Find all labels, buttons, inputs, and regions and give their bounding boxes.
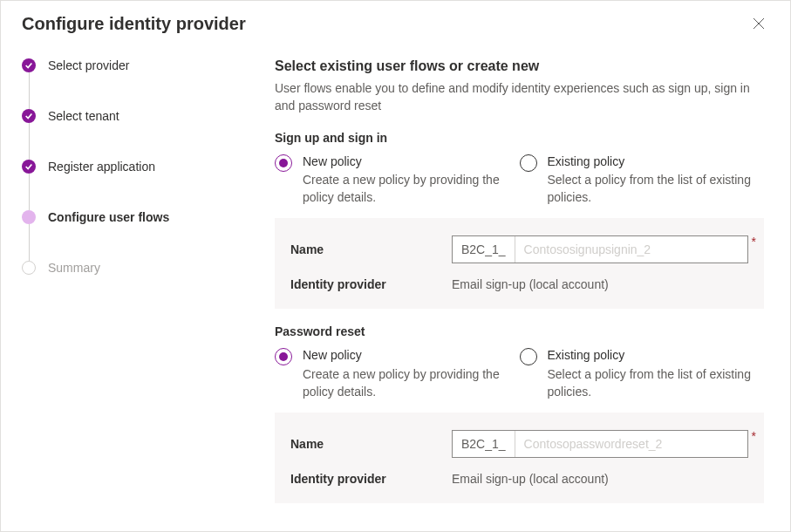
checkmark-icon bbox=[22, 160, 36, 174]
reset-form: Name B2C_1_ * Identity provider Email si… bbox=[275, 413, 764, 503]
radio-description: Create a new policy by providing the pol… bbox=[303, 366, 520, 400]
step-configure-user-flows[interactable]: Configure user flows bbox=[22, 210, 224, 261]
reset-name-input[interactable] bbox=[515, 431, 747, 457]
content-title: Select existing user flows or create new bbox=[275, 58, 764, 74]
reset-policy-choice: New policy Create a new policy by provid… bbox=[275, 347, 764, 400]
content-description: User flows enable you to define and modi… bbox=[275, 79, 764, 115]
step-label: Register application bbox=[48, 160, 155, 174]
step-select-provider[interactable]: Select provider bbox=[22, 58, 224, 109]
reset-existing-policy-option[interactable]: Existing policy Select a policy from the… bbox=[520, 347, 765, 400]
panel-title: Configure identity provider bbox=[22, 14, 246, 34]
configure-identity-provider-panel: Configure identity provider Select provi… bbox=[0, 0, 791, 532]
signup-new-policy-option[interactable]: New policy Create a new policy by provid… bbox=[275, 153, 520, 207]
step-label: Select provider bbox=[48, 58, 129, 72]
signup-name-input[interactable] bbox=[515, 236, 747, 263]
step-label: Summary bbox=[48, 261, 100, 275]
reset-name-input-wrap: B2C_1_ * bbox=[452, 430, 748, 458]
name-label: Name bbox=[290, 437, 452, 451]
section-label-reset: Password reset bbox=[275, 324, 764, 338]
wizard-steps: Select provider Select tenant Register a… bbox=[1, 43, 245, 531]
step-register-application[interactable]: Register application bbox=[22, 160, 224, 210]
radio-icon bbox=[520, 154, 537, 172]
idp-value: Email sign-up (local account) bbox=[452, 277, 748, 291]
radio-description: Create a new policy by providing the pol… bbox=[303, 172, 520, 206]
name-prefix: B2C_1_ bbox=[453, 431, 515, 457]
close-button[interactable] bbox=[748, 13, 769, 34]
step-select-tenant[interactable]: Select tenant bbox=[22, 109, 224, 160]
checkmark-icon bbox=[22, 109, 36, 123]
panel-header: Configure identity provider bbox=[1, 1, 790, 43]
radio-title: Existing policy bbox=[548, 153, 765, 171]
step-label: Select tenant bbox=[48, 109, 119, 123]
name-label: Name bbox=[290, 242, 452, 256]
signup-policy-choice: New policy Create a new policy by provid… bbox=[275, 153, 764, 207]
step-summary[interactable]: Summary bbox=[22, 261, 224, 275]
step-label: Configure user flows bbox=[48, 210, 169, 224]
signup-form: Name B2C_1_ * Identity provider Email si… bbox=[275, 218, 764, 309]
section-label-signup: Sign up and sign in bbox=[275, 131, 764, 145]
panel-body: Select provider Select tenant Register a… bbox=[1, 43, 790, 531]
radio-icon bbox=[520, 348, 537, 365]
radio-icon bbox=[275, 348, 292, 365]
required-indicator: * bbox=[752, 429, 756, 443]
content-area: Select existing user flows or create new… bbox=[245, 43, 790, 531]
idp-label: Identity provider bbox=[290, 277, 452, 291]
radio-description: Select a policy from the list of existin… bbox=[548, 172, 765, 206]
idp-label: Identity provider bbox=[290, 472, 452, 486]
signup-existing-policy-option[interactable]: Existing policy Select a policy from the… bbox=[520, 153, 765, 207]
radio-title: Existing policy bbox=[548, 347, 765, 365]
pending-step-icon bbox=[22, 261, 36, 275]
name-prefix: B2C_1_ bbox=[453, 236, 515, 263]
radio-title: New policy bbox=[303, 347, 520, 365]
checkmark-icon bbox=[22, 58, 36, 72]
close-icon bbox=[753, 17, 765, 30]
radio-icon bbox=[275, 154, 292, 172]
current-step-icon bbox=[22, 210, 36, 224]
required-indicator: * bbox=[752, 235, 756, 249]
signup-name-input-wrap: B2C_1_ * bbox=[452, 235, 748, 263]
reset-new-policy-option[interactable]: New policy Create a new policy by provid… bbox=[275, 347, 520, 400]
idp-value: Email sign-up (local account) bbox=[452, 472, 748, 486]
radio-title: New policy bbox=[303, 153, 520, 171]
radio-description: Select a policy from the list of existin… bbox=[548, 366, 765, 400]
